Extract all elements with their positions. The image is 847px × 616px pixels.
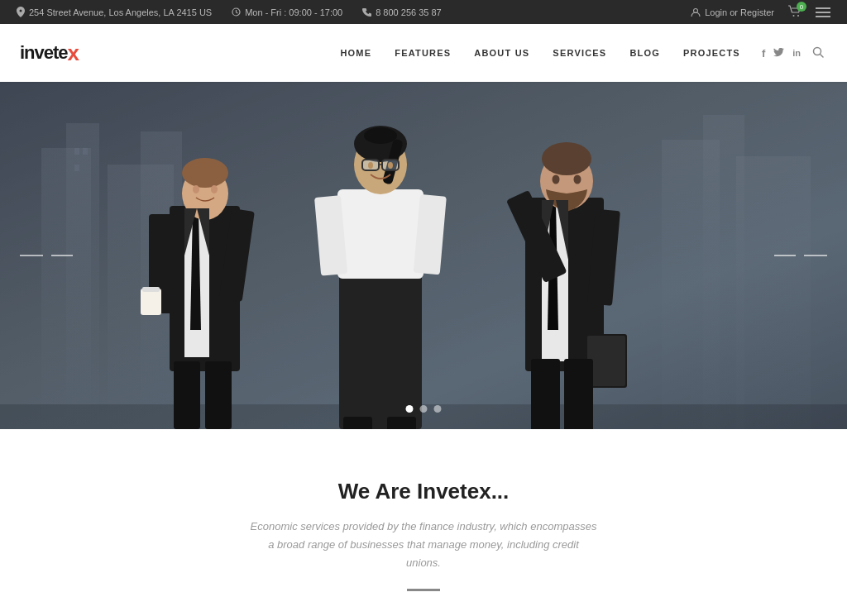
hero-dots <box>406 405 442 413</box>
login-link[interactable]: Login or Register <box>691 7 774 17</box>
phone-item: 8 800 256 35 87 <box>362 7 442 17</box>
svg-rect-35 <box>205 361 232 429</box>
cart-badge: 0 <box>797 2 806 12</box>
nav-home[interactable]: HOME <box>328 24 383 82</box>
social-twitter[interactable] <box>773 47 784 60</box>
hero-next-arrow[interactable] <box>773 250 827 261</box>
svg-point-55 <box>542 142 591 175</box>
hero-dot-3[interactable] <box>434 405 442 413</box>
nav-services[interactable]: SERVICES <box>541 24 618 82</box>
svg-point-4 <box>793 15 795 17</box>
svg-rect-32 <box>142 287 160 292</box>
content-section: We Are Invetex... Economic services prov… <box>0 429 847 616</box>
svg-rect-50 <box>387 417 416 429</box>
svg-rect-31 <box>141 289 161 315</box>
logo[interactable]: invetex <box>20 42 79 64</box>
location-icon <box>17 7 25 17</box>
nav-projects[interactable]: PROJECTS <box>672 24 752 82</box>
hours-item: Mon - Fri : 09:00 - 17:00 <box>232 7 342 17</box>
nav-about[interactable]: ABOUT US <box>462 24 541 82</box>
login-text: Login or Register <box>705 7 774 17</box>
svg-point-57 <box>574 175 581 184</box>
logo-text: invete <box>20 42 68 64</box>
svg-point-56 <box>553 175 560 184</box>
svg-point-48 <box>388 162 393 169</box>
svg-point-25 <box>182 158 228 188</box>
svg-point-42 <box>364 127 397 144</box>
top-bar-right: Login or Register 0 <box>691 5 830 19</box>
section-subtitle: Economic services provided by the financ… <box>250 518 597 572</box>
svg-line-7 <box>821 54 824 57</box>
nav-features[interactable]: FEATURES <box>383 24 462 82</box>
search-icon <box>812 46 824 58</box>
cart-icon-wrap[interactable]: 0 <box>787 5 802 19</box>
search-button[interactable] <box>809 43 827 64</box>
svg-point-26 <box>193 185 199 193</box>
social-linkedin[interactable]: in <box>792 48 801 58</box>
hero-dot-2[interactable] <box>420 405 428 413</box>
section-title: We Are Invetex... <box>17 479 830 504</box>
logo-accent: x <box>68 42 79 64</box>
phone-icon <box>362 7 371 17</box>
social-facebook[interactable]: f <box>762 47 765 60</box>
svg-rect-49 <box>343 417 372 429</box>
address-item: 254 Street Avenue, Los Angeles, LA 2415 … <box>17 7 212 17</box>
top-bar: 254 Street Avenue, Los Angeles, LA 2415 … <box>0 0 847 24</box>
svg-point-5 <box>797 15 799 17</box>
nav-social: f in <box>762 47 801 60</box>
svg-line-2 <box>237 12 238 13</box>
hero-illustration <box>0 82 847 429</box>
hero-section <box>0 82 847 429</box>
hamburger-menu[interactable] <box>816 7 830 17</box>
address-text: 254 Street Avenue, Los Angeles, LA 2415 … <box>29 7 212 17</box>
hero-prev-arrow[interactable] <box>20 250 74 261</box>
clock-icon-top <box>232 7 241 17</box>
section-divider <box>407 589 440 591</box>
phone-text: 8 800 256 35 87 <box>376 7 442 17</box>
nav-blog[interactable]: BLOG <box>618 24 672 82</box>
header: invetex HOME FEATURES ABOUT US SERVICES … <box>0 24 847 82</box>
svg-point-47 <box>368 162 373 169</box>
svg-rect-65 <box>564 359 593 429</box>
top-bar-left: 254 Street Avenue, Los Angeles, LA 2415 … <box>17 7 442 17</box>
hours-text: Mon - Fri : 09:00 - 17:00 <box>245 7 342 17</box>
user-icon <box>691 7 701 17</box>
svg-rect-34 <box>174 361 200 429</box>
hero-dot-1[interactable] <box>406 405 414 413</box>
main-nav: HOME FEATURES ABOUT US SERVICES BLOG PRO… <box>328 24 827 82</box>
svg-rect-37 <box>337 189 424 279</box>
svg-point-27 <box>211 185 218 193</box>
svg-rect-64 <box>531 359 560 429</box>
